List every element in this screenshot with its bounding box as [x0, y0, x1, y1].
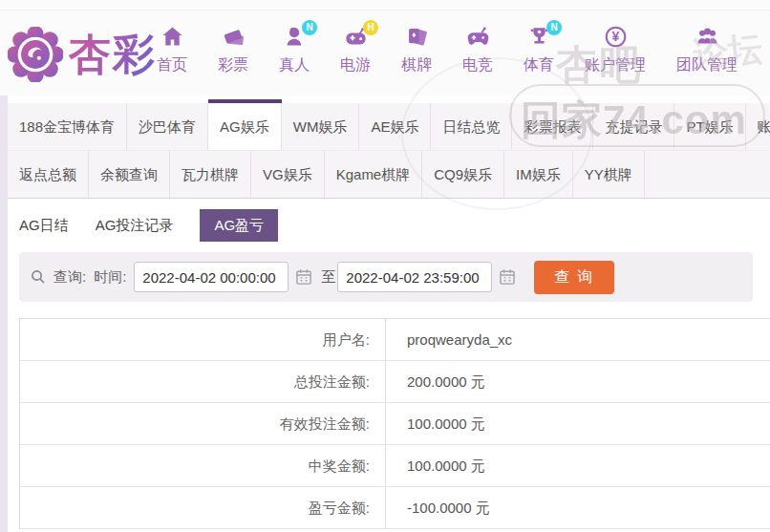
provider-tab[interactable]: WM娱乐: [282, 103, 360, 150]
row-value: 100.0000 元: [386, 403, 485, 444]
provider-tab[interactable]: 账: [746, 103, 770, 150]
page: 杏彩 首页 彩票: [0, 0, 770, 532]
provider-tab-label: 账: [758, 118, 770, 135]
table-row: 有效投注金额: 100.0000 元: [20, 403, 770, 445]
row-label: 中奖金额:: [20, 445, 386, 486]
nav-label: 电游: [340, 55, 371, 75]
provider-tab[interactable]: VG娱乐: [251, 151, 325, 198]
provider-tab-label: AE娱乐: [371, 118, 418, 135]
provider-tab[interactable]: 沙巴体育: [127, 103, 208, 150]
table-row: 盈亏金额: -100.0000 元: [20, 487, 770, 529]
provider-tab[interactable]: 彩票报表: [512, 103, 593, 150]
esports-gamepad-icon: [465, 24, 491, 50]
nav-item-home[interactable]: 首页: [141, 24, 203, 75]
ag-subtab[interactable]: AG投注记录: [96, 209, 174, 242]
provider-tab[interactable]: Kgame棋牌: [325, 151, 423, 198]
new-badge: N: [546, 20, 562, 35]
provider-tab-label: IM娱乐: [516, 166, 561, 182]
row-label: 总投注金额:: [20, 361, 386, 402]
provider-tab-label: WM娱乐: [293, 118, 348, 135]
table-row: 用户名: proqwearyda_xc: [20, 319, 770, 361]
provider-tab[interactable]: YY棋牌: [573, 151, 645, 198]
provider-tab-label: 瓦力棋牌: [182, 166, 239, 182]
provider-tab[interactable]: AE娱乐: [359, 103, 431, 150]
provider-tab[interactable]: 余额查询: [89, 151, 170, 198]
calendar-icon[interactable]: [294, 267, 313, 287]
header-divider: [0, 10, 770, 11]
main-nav: 首页 彩票 N: [141, 24, 753, 75]
lottery-ticket-icon: [221, 24, 246, 50]
ag-subtab-label: AG投注记录: [96, 217, 174, 233]
ag-subtab-label: AG盈亏: [214, 217, 264, 233]
provider-tab-label: 彩票报表: [524, 118, 581, 135]
provider-tab-label: 余额查询: [100, 166, 158, 182]
query-bar: 查询: 时间: 至 查 询: [19, 252, 753, 302]
nav-label: 棋牌: [401, 55, 432, 75]
nav-item-team-management[interactable]: 团队管理: [661, 24, 753, 75]
time-label: 时间:: [94, 268, 126, 287]
cards-icon: [404, 24, 430, 50]
provider-tab[interactable]: 瓦力棋牌: [170, 151, 251, 198]
row-value: 100.0000 元: [386, 445, 485, 486]
query-label: 查询:: [53, 268, 86, 287]
provider-tab-label: YY棋牌: [585, 166, 632, 182]
provider-tab[interactable]: AG娱乐: [208, 103, 282, 150]
new-badge: N: [302, 20, 317, 35]
nav-item-esports[interactable]: 电竞: [447, 24, 508, 75]
provider-tab-label: 沙巴体育: [139, 118, 196, 135]
date-from-input[interactable]: [134, 262, 289, 292]
nav-label: 账户管理: [585, 55, 646, 75]
left-edge-strip: [0, 96, 8, 532]
nav-item-boardgames[interactable]: 棋牌: [386, 24, 447, 75]
team-icon: [695, 24, 720, 50]
nav-label: 彩票: [218, 55, 248, 75]
home-icon: [160, 24, 185, 50]
provider-tab-label: 返点总额: [19, 166, 76, 182]
ag-subtab[interactable]: AG盈亏: [200, 209, 278, 242]
provider-tab-row-1: 188金宝博体育 沙巴体育 AG娱乐 WM娱乐 AE娱乐: [8, 103, 770, 151]
nav-item-lottery[interactable]: 彩票: [203, 24, 264, 75]
nav-label: 真人: [279, 55, 310, 75]
nav-label: 团队管理: [676, 55, 738, 75]
provider-tab[interactable]: CQ9娱乐: [422, 151, 504, 198]
provider-tabstrip: 188金宝博体育 沙巴体育 AG娱乐 WM娱乐 AE娱乐: [8, 103, 770, 199]
provider-tab[interactable]: PT娱乐: [674, 103, 745, 150]
calendar-icon[interactable]: [498, 267, 517, 287]
provider-tab[interactable]: 188金宝博体育: [8, 103, 127, 150]
provider-tab-label: Kgame棋牌: [336, 166, 411, 182]
provider-tab-label: CQ9娱乐: [434, 166, 492, 182]
row-value: 200.0000 元: [386, 361, 485, 402]
row-value: proqwearyda_xc: [386, 319, 512, 360]
provider-tab[interactable]: 日结总览: [431, 103, 512, 150]
row-value: -100.0000 元: [386, 487, 490, 528]
row-label: 用户名:: [20, 319, 386, 360]
svg-text:¥: ¥: [611, 29, 619, 44]
to-label: 至: [321, 268, 335, 287]
brand-logo[interactable]: 杏彩: [8, 27, 157, 82]
provider-tab-row-2: 返点总额 余额查询 瓦力棋牌 VG娱乐 Kgame棋牌: [8, 151, 770, 199]
nav-item-egames[interactable]: H 电游: [325, 24, 386, 75]
hot-badge: H: [363, 20, 378, 35]
search-icon: [30, 268, 47, 286]
logo-flower-icon: [8, 27, 63, 82]
nav-item-sports[interactable]: N 体育: [508, 24, 569, 75]
provider-tab[interactable]: 返点总额: [8, 151, 89, 198]
provider-tab-label: 充提记录: [605, 118, 662, 135]
nav-item-live[interactable]: N 真人: [264, 24, 325, 75]
provider-tab-label: 188金宝博体育: [19, 118, 115, 135]
nav-label: 体育: [524, 55, 554, 75]
provider-tab[interactable]: 充提记录: [593, 103, 674, 150]
table-row: 中奖金额: 100.0000 元: [20, 445, 770, 487]
provider-tab-label: 日结总览: [442, 118, 500, 135]
nav-label: 首页: [157, 55, 187, 75]
ag-subtab[interactable]: AG日结: [19, 209, 69, 242]
nav-label: 电竞: [462, 55, 493, 75]
provider-tab[interactable]: IM娱乐: [504, 151, 573, 198]
row-label: 盈亏金额:: [20, 487, 386, 528]
nav-item-account-management[interactable]: ¥ 账户管理: [569, 24, 661, 75]
provider-tab-label: VG娱乐: [263, 166, 312, 182]
provider-tab-label: PT娱乐: [686, 118, 733, 135]
ag-subtab-label: AG日结: [19, 217, 69, 233]
search-button[interactable]: 查 询: [534, 261, 614, 294]
date-to-input[interactable]: [337, 262, 492, 292]
